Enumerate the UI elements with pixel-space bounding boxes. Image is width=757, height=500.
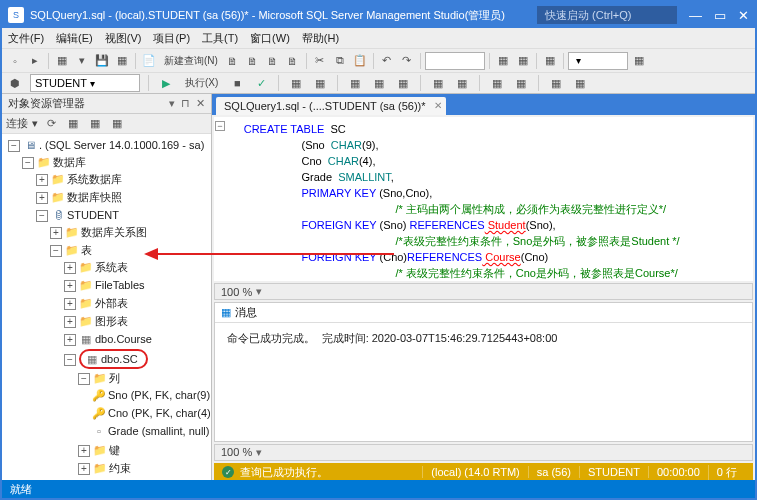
document-tabs: SQLQuery1.sql - (....STUDENT (sa (56))* … — [212, 94, 755, 115]
oe-stop-icon[interactable]: ▦ — [86, 115, 104, 133]
tree-student-db[interactable]: STUDENT — [67, 209, 119, 221]
plan2-icon[interactable]: ▦ — [311, 74, 329, 92]
solution-combo[interactable] — [425, 52, 485, 70]
menu-window[interactable]: 窗口(W) — [250, 31, 290, 46]
execute-button[interactable]: 执行(X) — [181, 76, 222, 90]
oe-filter-icon[interactable]: ▦ — [64, 115, 82, 133]
new-query-button[interactable]: 新建查询(N) — [160, 54, 222, 68]
result-grid-icon[interactable]: ▦ — [346, 74, 364, 92]
sql-editor[interactable]: − CREATE TABLE SC (Sno CHAR(9), Cno CHAR… — [214, 117, 753, 281]
plan-icon[interactable]: ▦ — [287, 74, 305, 92]
result-text-icon[interactable]: ▦ — [370, 74, 388, 92]
open-icon[interactable]: ▾ — [73, 52, 91, 70]
tree-databases[interactable]: 数据库 — [53, 156, 86, 168]
indent-icon[interactable]: ▦ — [488, 74, 506, 92]
scale-combo[interactable]: ▾ — [568, 52, 628, 70]
forward-icon[interactable]: ▸ — [26, 52, 44, 70]
close-icon[interactable]: ✕ — [738, 8, 749, 23]
object-explorer-panel: 对象资源管理器 ▾ ⊓ ✕ 连接▾ ⟳ ▦ ▦ ▦ −🖥. (SQL Serve… — [2, 94, 212, 482]
object-explorer-toolbar: 连接▾ ⟳ ▦ ▦ ▦ — [2, 114, 211, 134]
database-combo[interactable]: STUDENT ▾ — [30, 74, 140, 92]
tree-col-grade[interactable]: Grade (smallint, null) — [108, 425, 209, 437]
undo-icon[interactable]: ↶ — [378, 52, 396, 70]
menu-tools[interactable]: 工具(T) — [202, 31, 238, 46]
tree-col-sno[interactable]: Sno (PK, FK, char(9), not null) — [108, 389, 211, 401]
restore-icon[interactable]: ▭ — [714, 8, 726, 23]
parse-icon[interactable]: ✓ — [252, 74, 270, 92]
status-user: sa (56) — [528, 466, 579, 478]
outdent-icon[interactable]: ▦ — [512, 74, 530, 92]
cancel-icon[interactable]: ■ — [228, 74, 246, 92]
tree-col-cno[interactable]: Cno (PK, FK, char(4), not null) — [108, 407, 211, 419]
settings-icon[interactable]: ▦ — [630, 52, 648, 70]
save-icon[interactable]: 💾 — [93, 52, 111, 70]
result-file-icon[interactable]: ▦ — [394, 74, 412, 92]
panel-title: 对象资源管理器 — [8, 96, 85, 111]
registered-icon[interactable]: ▦ — [494, 52, 512, 70]
tab-close-icon[interactable]: ✕ — [434, 100, 442, 111]
msg-time-label: 完成时间: — [322, 332, 372, 344]
messages-body: 命令已成功完成。 完成时间: 2020-03-07T15:46:29.71254… — [215, 323, 752, 440]
copy-icon[interactable]: ⧉ — [331, 52, 349, 70]
back-icon[interactable]: ◦ — [6, 52, 24, 70]
comment-icon[interactable]: ▦ — [429, 74, 447, 92]
paste-icon[interactable]: 📋 — [351, 52, 369, 70]
app-logo-icon: S — [8, 7, 24, 23]
tree-constraints[interactable]: 约束 — [109, 462, 131, 474]
msg-success: 命令已成功完成。 — [227, 332, 315, 344]
tree-diagrams[interactable]: 数据库关系图 — [81, 226, 147, 238]
pin-icon[interactable]: ⊓ — [181, 97, 190, 110]
inc-icon[interactable]: ▦ — [547, 74, 565, 92]
dropdown-icon[interactable]: ▾ — [169, 97, 175, 110]
tree-exttables[interactable]: 外部表 — [95, 297, 128, 309]
window-title: SQLQuery1.sql - (local).STUDENT (sa (56)… — [30, 8, 537, 23]
tpl4-icon[interactable]: 🗎 — [284, 52, 302, 70]
zoom-bar-top[interactable]: 100 %▾ — [214, 283, 753, 300]
menu-edit[interactable]: 编辑(E) — [56, 31, 93, 46]
menu-view[interactable]: 视图(V) — [105, 31, 142, 46]
tpl2-icon[interactable]: 🗎 — [244, 52, 262, 70]
tree-keys[interactable]: 键 — [109, 444, 120, 456]
tab-sqlquery1[interactable]: SQLQuery1.sql - (....STUDENT (sa (56))* … — [216, 97, 446, 115]
template-icon[interactable]: ▦ — [514, 52, 532, 70]
tree-graphtables[interactable]: 图形表 — [95, 315, 128, 327]
tpl1-icon[interactable]: 🗎 — [224, 52, 242, 70]
tree-systables[interactable]: 系统表 — [95, 261, 128, 273]
minimize-icon[interactable]: — — [689, 8, 702, 23]
new-query-icon[interactable]: 📄 — [140, 52, 158, 70]
quick-launch-input[interactable]: 快速启动 (Ctrl+Q) — [537, 6, 677, 24]
dec-icon[interactable]: ▦ — [571, 74, 589, 92]
db-icon[interactable]: ⬢ — [6, 74, 24, 92]
menu-project[interactable]: 项目(P) — [153, 31, 190, 46]
menu-help[interactable]: 帮助(H) — [302, 31, 339, 46]
connect-label[interactable]: 连接 — [6, 116, 28, 131]
close-panel-icon[interactable]: ✕ — [196, 97, 205, 110]
tree-filetables[interactable]: FileTables — [95, 279, 145, 291]
cut-icon[interactable]: ✂ — [311, 52, 329, 70]
oe-sync-icon[interactable]: ▦ — [108, 115, 126, 133]
menu-file[interactable]: 文件(F) — [8, 31, 44, 46]
editor-area: SQLQuery1.sql - (....STUDENT (sa (56))* … — [212, 94, 755, 482]
tree-tbl-course[interactable]: dbo.Course — [95, 333, 152, 345]
execute-icon[interactable]: ▶ — [157, 74, 175, 92]
oe-refresh-icon[interactable]: ⟳ — [42, 115, 60, 133]
tree-server[interactable]: . (SQL Server 14.0.1000.169 - sa) — [39, 139, 204, 151]
main-area: 对象资源管理器 ▾ ⊓ ✕ 连接▾ ⟳ ▦ ▦ ▦ −🖥. (SQL Serve… — [2, 94, 755, 482]
redo-icon[interactable]: ↷ — [398, 52, 416, 70]
tree-columns[interactable]: 列 — [109, 372, 120, 384]
object-tree[interactable]: −🖥. (SQL Server 14.0.1000.169 - sa) −📁数据… — [2, 134, 211, 482]
zoom-bar-bottom[interactable]: 100 %▾ — [214, 444, 753, 461]
msg-time-value: 2020-03-07T15:46:29.7125443+08:00 — [372, 332, 558, 344]
save-all-icon[interactable]: ▦ — [113, 52, 131, 70]
tree-tbl-sc[interactable]: dbo.SC — [101, 353, 138, 365]
uncomment-icon[interactable]: ▦ — [453, 74, 471, 92]
tpl3-icon[interactable]: 🗎 — [264, 52, 282, 70]
activity-icon[interactable]: ▦ — [541, 52, 559, 70]
new-icon[interactable]: ▦ — [53, 52, 71, 70]
tree-tables[interactable]: 表 — [81, 244, 92, 256]
collapse-icon[interactable]: − — [215, 121, 225, 131]
messages-tab[interactable]: ▦ 消息 — [215, 303, 752, 323]
status-duration: 00:00:00 — [648, 466, 708, 478]
tree-sysdb[interactable]: 系统数据库 — [67, 173, 122, 185]
tree-snapshots[interactable]: 数据库快照 — [67, 191, 122, 203]
